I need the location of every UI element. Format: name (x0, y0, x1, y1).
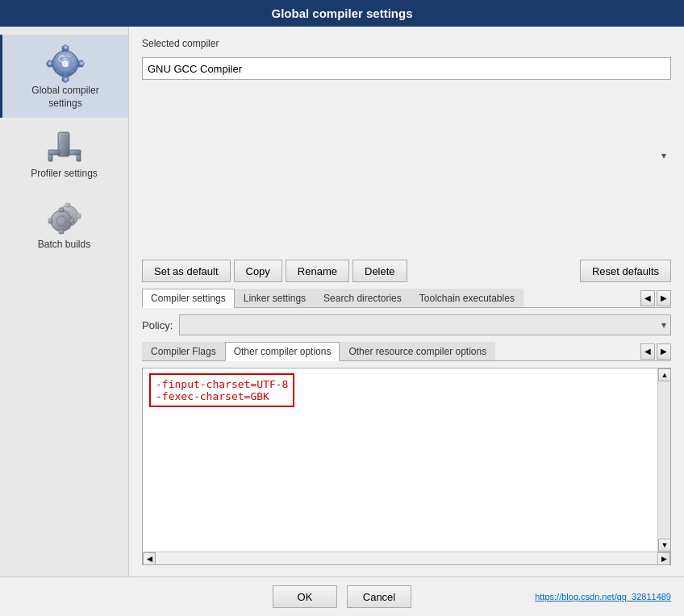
compiler-option-line2: -fexec-charset=GBK (156, 390, 269, 402)
inner-tab-nav-next[interactable]: ▶ (657, 343, 671, 360)
svg-rect-17 (48, 150, 60, 155)
svg-rect-19 (48, 155, 52, 161)
scroll-right-btn[interactable]: ▶ (657, 552, 670, 565)
sidebar-item-global-compiler[interactable]: Global compilersettings (0, 35, 128, 118)
title-bar: Global compiler settings (0, 0, 684, 27)
batch-icon (44, 197, 86, 239)
compiler-option-line1: -finput-charset=UTF-8 (156, 378, 288, 390)
tab-nav-next[interactable]: ▶ (657, 290, 671, 306)
svg-rect-37 (70, 219, 74, 223)
text-panel: -finput-charset=UTF-8 -fexec-charset=GBK… (142, 368, 671, 565)
scroll-left-btn[interactable]: ◀ (143, 552, 156, 565)
inner-tab-other-resource-options[interactable]: Other resource compiler options (340, 342, 495, 360)
ok-button[interactable]: OK (273, 585, 337, 608)
tab-search-directories[interactable]: Search directories (315, 289, 411, 307)
sidebar-item-profiler[interactable]: Profiler settings (0, 118, 128, 189)
svg-rect-35 (59, 230, 64, 234)
right-panel: Selected compiler GNU GCC Compiler Set a… (129, 27, 684, 576)
sidebar-label-batch-builds: Batch builds (38, 239, 90, 252)
policy-row: Policy: (142, 314, 671, 335)
tab-nav-prev[interactable]: ◀ (640, 290, 655, 306)
inner-tab-compiler-flags[interactable]: Compiler Flags (142, 342, 225, 360)
button-row: Set as default Copy Rename Delete Reset … (142, 260, 671, 282)
inner-tabs-row: Compiler Flags Other compiler options Ot… (142, 342, 671, 361)
tab-toolchain-executables[interactable]: Toolchain executables (411, 289, 523, 307)
sidebar-item-batch-builds[interactable]: Batch builds (0, 189, 128, 260)
inner-tab-nav-prev[interactable]: ◀ (640, 343, 655, 360)
horizontal-scrollbar[interactable]: ◀ ▶ (143, 551, 670, 564)
profiler-icon (44, 126, 86, 168)
tab-nav: ◀ ▶ (640, 290, 671, 306)
main-tabs-row: Compiler settings Linker settings Search… (142, 289, 671, 308)
compiler-select[interactable]: GNU GCC Compiler (142, 57, 671, 80)
sidebar-label-profiler: Profiler settings (31, 168, 98, 181)
tab-compiler-settings[interactable]: Compiler settings (142, 289, 235, 308)
delete-button[interactable]: Delete (352, 260, 407, 282)
svg-rect-36 (48, 219, 52, 223)
footer: OK Cancel https://blog.csdn.net/qq_32811… (0, 576, 684, 616)
gear-icon (44, 43, 86, 85)
sidebar: Global compilersettings (0, 27, 129, 576)
compiler-options-input-box: -finput-charset=UTF-8 -fexec-charset=GBK (149, 373, 294, 407)
set-as-default-button[interactable]: Set as default (142, 260, 231, 282)
reset-defaults-button[interactable]: Reset defaults (580, 260, 671, 282)
inner-tab-nav: ◀ ▶ (640, 343, 671, 360)
selected-compiler-label: Selected compiler (142, 38, 671, 49)
scroll-down-btn[interactable]: ▼ (658, 539, 670, 551)
svg-rect-34 (59, 208, 64, 212)
sidebar-label-global-compiler: Global compilersettings (31, 85, 98, 110)
svg-rect-30 (77, 214, 81, 219)
footer-link[interactable]: https://blog.csdn.net/qq_32811489 (535, 592, 671, 601)
tab-linker-settings[interactable]: Linker settings (235, 289, 315, 307)
svg-rect-18 (69, 150, 81, 155)
page-title: Global compiler settings (271, 6, 412, 20)
vertical-scrollbar[interactable]: ▲ ▼ (657, 368, 670, 551)
scroll-v-track (658, 381, 670, 539)
scroll-up-btn[interactable]: ▲ (658, 368, 670, 381)
copy-button[interactable]: Copy (234, 260, 282, 282)
policy-select[interactable] (179, 314, 671, 335)
svg-point-38 (59, 219, 64, 223)
rename-button[interactable]: Rename (286, 260, 349, 282)
main-content: Global compilersettings (0, 27, 684, 576)
policy-select-wrapper (179, 314, 671, 335)
policy-label: Policy: (142, 319, 173, 331)
inner-tab-other-compiler-options[interactable]: Other compiler options (225, 342, 340, 361)
svg-rect-27 (65, 203, 70, 207)
compiler-select-wrapper: GNU GCC Compiler (142, 57, 671, 253)
compiler-options-text-area[interactable]: -finput-charset=UTF-8 -fexec-charset=GBK (143, 368, 670, 551)
svg-rect-20 (77, 155, 81, 161)
cancel-button[interactable]: Cancel (347, 585, 411, 608)
